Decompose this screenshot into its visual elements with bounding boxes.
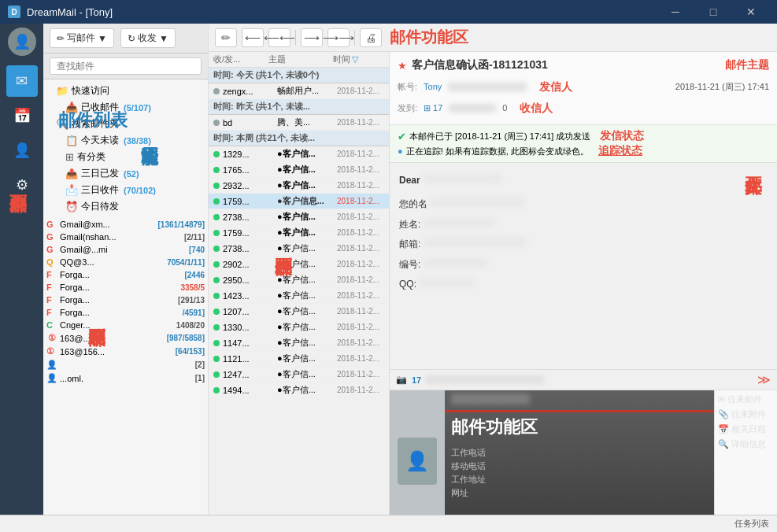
list-item[interactable]: 1121... ●客户信... 2018-11-2... xyxy=(209,351,389,367)
status-dot xyxy=(213,214,220,220)
list-item[interactable]: zengx... 畅邮用户... 2018-11-2... xyxy=(209,83,389,99)
sent-icon: 📤 xyxy=(65,168,78,179)
action-details[interactable]: 🔍 详细信息 xyxy=(718,438,774,450)
details-icon: 🔍 xyxy=(718,439,729,449)
refresh-icon: ↻ xyxy=(128,33,135,44)
list-item[interactable]: 2950... ●客户信... 2018-11-2... xyxy=(209,272,389,288)
folder-categorized[interactable]: ⊞ 有分类 xyxy=(43,149,208,165)
pending-icon: ⏰ xyxy=(65,201,78,212)
account-163-1[interactable]: ① 163@... [987/5858] xyxy=(43,331,208,345)
folder-today-unread[interactable]: 📋 今天未读 (38/38) xyxy=(43,132,208,149)
account-gmail-2[interactable]: G Gmail(nshan... [2/11] xyxy=(43,231,208,243)
action-calendar[interactable]: 📅 相关日程 xyxy=(718,423,774,435)
search-input[interactable] xyxy=(50,57,202,75)
email-toolbar-more[interactable]: ⟶⟶ xyxy=(327,28,350,47)
sort-icon[interactable]: ▽ xyxy=(352,54,358,65)
list-item[interactable]: 2738... ●客户信... 2018-11-2... xyxy=(209,241,389,257)
account-user-1[interactable]: 👤 [2] xyxy=(43,358,208,371)
contact-expand-icon[interactable]: ≫ xyxy=(757,372,771,387)
list-item[interactable]: 1329... ●客户信... 2018-11-2... xyxy=(209,146,389,162)
maximize-button[interactable]: □ xyxy=(695,0,731,24)
compose-icon: ✏ xyxy=(57,33,65,44)
list-item[interactable]: 1330... ●客户信... 2018-11-2... xyxy=(209,320,389,335)
folder-today-pending[interactable]: ⏰ 今日待发 xyxy=(43,198,208,215)
email-toolbar-print[interactable]: 🖨 xyxy=(360,28,382,47)
compose-button[interactable]: ✏ 写邮件 ▼ xyxy=(50,28,114,48)
list-item[interactable]: 2902... ●客户信... 2018-11-2... xyxy=(209,257,389,272)
email-toolbar-forward[interactable]: ⟶ xyxy=(301,28,323,47)
list-item[interactable]: 1759... ●客户信... 2018-11-2... xyxy=(209,225,389,241)
close-button[interactable]: ✕ xyxy=(733,0,769,24)
status-dot xyxy=(213,356,220,362)
app-title: DreamMail - [Tony] xyxy=(27,6,113,18)
email-greeting: Dear xyxy=(399,175,420,186)
list-item[interactable]: 1147... ●客户信... 2018-11-2... xyxy=(209,335,389,351)
status-dot xyxy=(213,120,220,126)
account-forga-2[interactable]: F Forga... 3358/5 xyxy=(43,281,208,294)
status-dot xyxy=(213,277,220,283)
action-incoming-mail[interactable]: ✉ 往来邮件 xyxy=(718,393,774,405)
email-reading-pane: ★ 客户信息确认函-181121031 邮件主题 帐号: Tony 发信人 20… xyxy=(390,52,777,532)
account-gmail-3[interactable]: G Gmail@...mi [740 xyxy=(43,243,208,256)
search-bar xyxy=(43,54,208,79)
receive-button[interactable]: ↻ 收发 ▼ xyxy=(120,28,176,48)
folder-sent[interactable]: 📥 已收邮件 (5/107) xyxy=(43,99,208,116)
task-list-label: 任务列表 xyxy=(734,518,769,530)
account-forga-4[interactable]: F Forga... /4591] xyxy=(43,306,208,319)
folder-quick-access[interactable]: 📁 快速访问 xyxy=(43,83,208,99)
sidebar-item-mail[interactable]: ✉ xyxy=(6,65,38,97)
action-attachments[interactable]: 📎 往来附件 xyxy=(718,408,774,420)
track-annotation: 追踪状态 xyxy=(598,144,642,158)
email-list-panel: 收/发... 主题 时间 ▽ 时间: 今天 (共1个, 未读0个) xyxy=(209,52,390,532)
list-item[interactable]: 1759... ●客户信息... 2018-11-2... xyxy=(209,194,389,209)
sidebar-item-contacts[interactable]: 👤 xyxy=(6,135,38,166)
status-dot xyxy=(213,324,220,331)
email-toolbar-reply-all[interactable]: ⟵⟵ xyxy=(268,28,290,47)
folder-icon: 📁 xyxy=(56,85,68,97)
list-item[interactable]: 1423... ●客户信... 2018-11-2... xyxy=(209,288,389,304)
mail-group-yesterday: 时间: 昨天 (共1个, 未读... xyxy=(209,99,389,115)
account-forga-3[interactable]: F Forga... [291/13 xyxy=(43,294,208,306)
contact-body: 👤 邮件功能区 xyxy=(390,390,777,532)
email-toolbar-compose[interactable]: ✏ xyxy=(215,28,237,47)
sidebar-item-calendar[interactable]: 📅 xyxy=(6,100,38,131)
toolbar-sep-1 xyxy=(295,30,296,46)
account-qq[interactable]: Q QQ@3... 7054/1/11] xyxy=(43,256,208,268)
status-dot xyxy=(213,246,220,252)
contact-actions: ✉ 往来邮件 📎 往来附件 📅 相关日程 xyxy=(714,390,777,532)
list-item[interactable]: 1765... ●客户信... 2018-11-2... xyxy=(209,162,389,178)
account-gmail-1[interactable]: G Gmail@xm... [1361/14879] xyxy=(43,218,208,231)
list-item[interactable]: bd 腾、美... 2018-11-2... xyxy=(209,115,389,131)
status-dot xyxy=(213,293,220,299)
list-item[interactable]: 2738... ●客户信... 2018-11-2... xyxy=(209,209,389,225)
contact-info-panel: 邮件功能区 工作电话 移动电话 xyxy=(445,390,714,532)
email-body: Dear 您的名 姓名: 邮箱: 编号: QQ: 邮件正文 xyxy=(390,163,777,369)
status-dot xyxy=(213,387,220,393)
col-from-header: 收/发... xyxy=(213,54,268,65)
account-forga-1[interactable]: F Forga... [2446 xyxy=(43,268,208,281)
attachment-icon: 📎 xyxy=(718,409,729,419)
sidebar-item-settings[interactable]: ⚙ xyxy=(6,169,38,201)
mail-group-today: 时间: 今天 (共1个, 未读0个) xyxy=(209,68,389,83)
compose-dropdown-icon[interactable]: ▼ xyxy=(98,33,107,44)
list-item[interactable]: 1494... ●客户信... 2018-11-2... xyxy=(209,382,389,398)
folder-three-day-sent[interactable]: 📤 三日已发 (52) xyxy=(43,165,208,182)
status-dot xyxy=(213,230,220,236)
account-cnger[interactable]: C Cnger... 1408/20 xyxy=(43,319,208,331)
receive-dropdown-icon[interactable]: ▼ xyxy=(159,33,168,44)
track-status-text: 正在追踪! 如果有追踪数据, 此图标会变成绿色。 xyxy=(406,146,589,157)
folder-three-day-recv[interactable]: 📩 三日收件 (70/102) xyxy=(43,182,208,198)
account-163-2[interactable]: ① 163@156... [64/153] xyxy=(43,345,208,358)
check-icon: ✔ xyxy=(398,131,406,142)
status-dot xyxy=(213,167,220,173)
list-item[interactable]: 1247... ●客户信... 2018-11-2... xyxy=(209,367,389,382)
minimize-button[interactable]: ─ xyxy=(657,0,694,24)
email-star-icon: ★ xyxy=(398,60,407,72)
list-item[interactable]: 2932... ●客户信... 2018-11-2... xyxy=(209,178,389,194)
email-status: ✔ 本邮件已于 [2018-11-21 (周三) 17:41] 成功发送 发信状… xyxy=(390,125,777,163)
list-item[interactable]: 1207... ●客户信... 2018-11-2... xyxy=(209,304,389,320)
mail-list: 时间: 今天 (共1个, 未读0个) zengx... 畅邮用户... 2018… xyxy=(209,68,389,516)
account-user-2[interactable]: 👤 ...oml. [1] xyxy=(43,371,208,385)
folder-search[interactable]: 🔍 搜索邮件夹 xyxy=(43,116,208,132)
email-toolbar-back[interactable]: ⟵ xyxy=(242,28,264,47)
